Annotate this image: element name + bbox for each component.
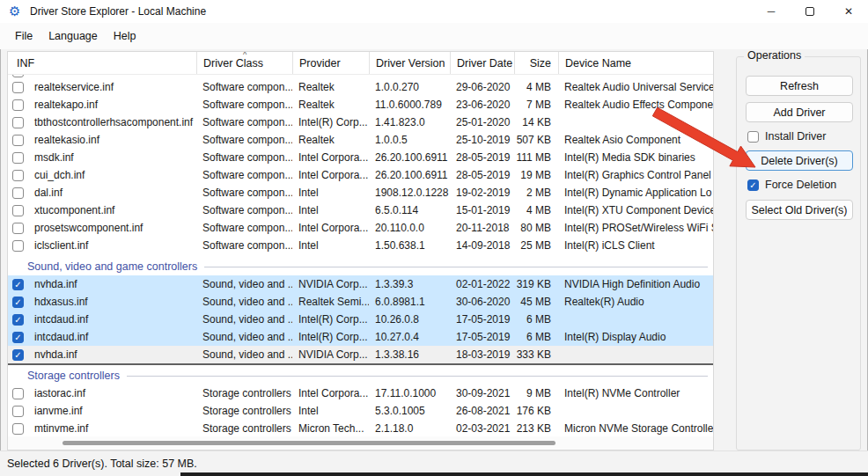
column-header-provider[interactable]: Provider (292, 52, 369, 74)
inf-name: xtucomponent.inf (34, 201, 114, 219)
size-cell: 507 KB (514, 131, 558, 149)
row-checkbox[interactable] (12, 135, 24, 146)
device-name-cell: Intel(R) Display Audio (558, 328, 714, 346)
table-row[interactable]: iastorac.infStorage controllersIntel Cor… (8, 384, 713, 402)
inf-name: dal.inf (34, 184, 63, 201)
inf-cell: realtekservice.inf (8, 78, 196, 96)
row-checkbox[interactable]: ✓ (12, 314, 24, 326)
scrollbar-thumb[interactable] (63, 441, 555, 445)
force-deletion-option[interactable]: ✓ Force Deletion (747, 179, 836, 191)
row-checkbox[interactable] (12, 75, 24, 77)
row-checkbox[interactable] (12, 205, 24, 216)
table-row[interactable]: mtinvme.infStorage controllersMicron Tec… (8, 420, 713, 437)
inf-name: prosetswcomponent.inf (34, 219, 143, 237)
row-checkbox[interactable]: ✓ (12, 332, 24, 343)
select-old-drivers-button[interactable]: Select Old Driver(s) (746, 200, 853, 220)
install-driver-checkbox[interactable] (747, 131, 759, 143)
inf-name: tbthostcontrollerhsacomponent.inf (34, 114, 193, 131)
force-deletion-checkbox[interactable]: ✓ (747, 179, 759, 191)
table-row[interactable]: tbthostcontrollerhsacomponent.infSoftwar… (8, 114, 713, 131)
row-checkbox[interactable]: ✓ (12, 349, 24, 361)
table-row[interactable]: cui_dch.infSoftware compon...Intel Corpo… (8, 166, 713, 184)
row-checkbox[interactable]: ✓ (12, 279, 24, 290)
size-cell: 4 MB (514, 201, 558, 219)
table-row[interactable]: iclsclient.infSoftware compon...Intel1.5… (8, 237, 713, 254)
size-cell: 319 KB (514, 275, 558, 293)
inf-name: hdxasus.inf (34, 293, 88, 311)
device-name-cell: Intel(R) Dynamic Application Lo (558, 184, 714, 201)
menu-file[interactable]: File (7, 26, 40, 46)
driver-date-cell: 30-09-2021 (450, 384, 514, 402)
column-header-driver-version[interactable]: Driver Version (369, 52, 450, 74)
row-checkbox[interactable] (12, 223, 24, 234)
minimize-button[interactable]: ─ (752, 0, 791, 23)
column-header-label: Device Name (565, 57, 631, 70)
row-checkbox[interactable] (12, 240, 24, 252)
menu-help[interactable]: Help (106, 26, 144, 46)
column-header-driver-date[interactable]: Driver Date (450, 52, 514, 74)
delete-drivers-button[interactable]: Delete Driver(s) (746, 150, 853, 171)
table-row[interactable]: prosetswcomponent.infSoftware compon...I… (8, 219, 713, 237)
table-row[interactable]: realtekapo.infSoftware compon...Realtek1… (8, 96, 713, 114)
table-row[interactable]: ianvme.infStorage controllersIntel5.3.0.… (8, 402, 713, 420)
install-driver-option[interactable]: Install Driver (747, 130, 826, 143)
size-cell: 6 MB (514, 311, 558, 328)
driver-version-cell: 1908.12.0.1228 (369, 184, 450, 201)
row-checkbox[interactable] (12, 117, 24, 128)
driver-class-cell: Software compon... (196, 149, 292, 166)
horizontal-scrollbar[interactable] (8, 436, 713, 450)
table-row[interactable]: dal.infSoftware compon...Intel1908.12.0.… (8, 184, 713, 201)
group-header-line (127, 376, 708, 377)
table-row[interactable]: msdk.infSoftware compon...Intel Corpora.… (8, 149, 713, 166)
close-button[interactable]: ✕ (829, 0, 868, 23)
row-checkbox[interactable] (12, 82, 24, 93)
driver-class-cell: Sound, video and ... (196, 311, 292, 328)
inf-cell: iclsclient.inf (8, 237, 196, 254)
column-header-size[interactable]: Size (514, 52, 558, 74)
inf-name: iclsclient.inf (34, 237, 88, 254)
inf-name: iastorac.inf (34, 384, 85, 402)
row-checkbox[interactable] (12, 170, 24, 181)
menubar: File Language Help (0, 23, 868, 49)
row-checkbox[interactable] (12, 152, 24, 164)
row-checkbox[interactable] (12, 423, 24, 435)
maximize-icon (805, 7, 814, 16)
refresh-button[interactable]: Refresh (746, 76, 853, 96)
size-cell: 14 KB (514, 114, 558, 131)
inf-cell: realtekapo.inf (8, 96, 196, 114)
column-header-inf[interactable]: INF (8, 52, 196, 74)
column-header-device-name[interactable]: Device Name (558, 52, 714, 74)
device-name-cell: Realtek Asio Component (558, 131, 714, 149)
inf-cell: realtekasio.inf (8, 131, 196, 149)
row-checkbox[interactable] (12, 388, 24, 399)
table-row[interactable]: ✓hdxasus.infSound, video and ...Realtek … (8, 293, 713, 311)
row-checkbox[interactable] (12, 406, 24, 417)
provider-cell: NVIDIA Corp... (292, 346, 369, 363)
driver-class-cell: Software compon... (196, 184, 292, 201)
row-checkbox[interactable]: ✓ (12, 297, 24, 308)
driver-class-cell: Software compon... (196, 78, 292, 96)
clipped-row (8, 75, 713, 78)
table-row[interactable]: realtekservice.infSoftware compon...Real… (8, 78, 713, 96)
add-driver-button[interactable]: Add Driver (746, 102, 853, 122)
column-header-driver-class[interactable]: Driver Class^ (196, 52, 292, 74)
inf-cell: ✓nvhda.inf (8, 275, 196, 293)
inf-cell: mtinvme.inf (8, 420, 196, 437)
table-row[interactable]: realtekasio.infSoftware compon...Realtek… (8, 131, 713, 149)
driver-class-cell: Storage controllers (196, 420, 292, 437)
driver-version-cell: 20.110.0.0 (369, 219, 450, 237)
table-row[interactable]: ✓nvhda.infSound, video and ...NVIDIA Cor… (8, 346, 713, 363)
table-row[interactable]: ✓nvhda.infSound, video and ...NVIDIA Cor… (8, 275, 713, 293)
provider-cell: Realtek (292, 131, 369, 149)
table-row[interactable]: xtucomponent.infSoftware compon...Intel6… (8, 201, 713, 219)
table-row[interactable]: ✓intcdaud.infSound, video and ...Intel(R… (8, 311, 713, 328)
row-checkbox[interactable] (12, 187, 24, 199)
table-row[interactable]: ✓intcdaud.infSound, video and ...Intel(R… (8, 328, 713, 346)
column-header-label: Size (530, 57, 551, 70)
inf-cell: tbthostcontrollerhsacomponent.inf (8, 114, 196, 131)
row-checkbox[interactable] (12, 99, 24, 111)
maximize-button[interactable] (791, 0, 829, 23)
provider-cell: Intel (292, 184, 369, 201)
menu-language[interactable]: Language (40, 26, 106, 46)
column-header-label: Provider (299, 57, 341, 70)
